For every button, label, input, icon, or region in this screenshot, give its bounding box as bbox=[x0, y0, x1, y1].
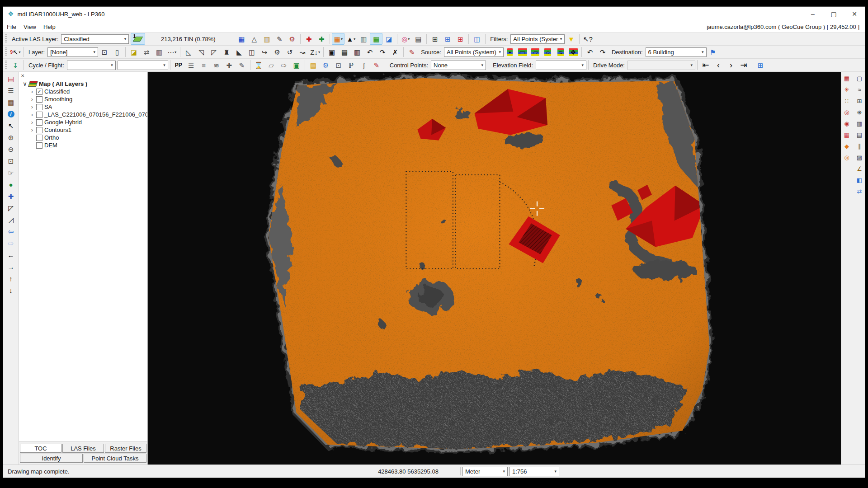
red-sketch-icon[interactable]: ✎ bbox=[370, 59, 383, 71]
settings-gear-icon[interactable]: ⚙▾ bbox=[271, 46, 283, 58]
toolbar-grip[interactable] bbox=[5, 34, 7, 43]
monitor-icon[interactable]: ▣ bbox=[290, 59, 303, 71]
layer-item[interactable]: › Ortho bbox=[29, 134, 147, 141]
redo-classification-icon[interactable]: ↷ bbox=[596, 46, 609, 58]
expand-icon[interactable]: › bbox=[29, 88, 35, 95]
list-display-icon[interactable]: ≡ bbox=[198, 59, 210, 71]
Help[interactable]: Help bbox=[40, 23, 59, 30]
zoom-next-extent-icon[interactable]: ◿ bbox=[5, 214, 17, 225]
layer-item[interactable]: › SA bbox=[29, 103, 147, 111]
move-window-icon[interactable]: ⇄ bbox=[854, 186, 865, 197]
add-vertex-icon[interactable]: ◹ bbox=[195, 46, 208, 58]
diamond-marker-icon[interactable]: ◆ bbox=[841, 141, 853, 152]
destination-select[interactable]: 6 Building▾ bbox=[646, 47, 707, 57]
intensity-display-icon[interactable]: ▥▾ bbox=[357, 33, 370, 45]
expand-icon[interactable]: › bbox=[29, 127, 35, 133]
pan-down-icon[interactable]: ↓ bbox=[5, 284, 17, 296]
new-window-icon[interactable]: ▢ bbox=[854, 73, 865, 84]
broadcast-icon[interactable]: ≋ bbox=[210, 59, 223, 71]
perspective-view-icon[interactable]: ▱ bbox=[265, 59, 278, 71]
previous-record-icon[interactable]: ‹ bbox=[712, 59, 725, 71]
delete-selection-icon[interactable]: ✗ bbox=[389, 46, 401, 58]
layer-item[interactable]: › Google Hybrid bbox=[29, 118, 147, 126]
pan-left-icon[interactable]: ← bbox=[5, 249, 17, 261]
drive-mode-select[interactable]: ▾ bbox=[627, 61, 695, 70]
hatch-window-icon[interactable]: ▨ bbox=[854, 152, 865, 163]
curve-graph-icon[interactable]: ∫ bbox=[358, 59, 370, 71]
offset-feature-icon[interactable]: ◫ bbox=[245, 46, 258, 58]
toolbar-grip[interactable] bbox=[5, 47, 7, 56]
layer-item[interactable]: › Smoothing bbox=[29, 95, 147, 103]
grid-red-icon[interactable]: ▦ bbox=[841, 129, 853, 141]
zoom-in-icon[interactable]: ⊕ bbox=[5, 131, 17, 143]
profile-window-icon[interactable]: ≈ bbox=[854, 84, 865, 95]
point-display-icon[interactable]: ▦▾ bbox=[235, 33, 248, 45]
sketch-pad-icon[interactable]: ✎ bbox=[236, 59, 248, 71]
contour-display-icon[interactable]: ◎▾ bbox=[399, 33, 412, 45]
pp-document-icon[interactable]: ℙ bbox=[345, 59, 358, 71]
maximize-button[interactable]: ▢ bbox=[823, 7, 844, 21]
pan-world-icon[interactable]: ✚ bbox=[5, 190, 17, 202]
map-viewport[interactable] bbox=[148, 72, 841, 465]
point-symbology-icon[interactable]: ▦ bbox=[841, 73, 853, 84]
source-select[interactable]: All Points (System)▾ bbox=[444, 47, 504, 57]
pp-button[interactable]: PP bbox=[172, 59, 185, 71]
bars-window-icon[interactable]: ∥ bbox=[854, 141, 865, 152]
first-record-icon[interactable]: ⇤ bbox=[699, 59, 712, 71]
download-cycles-icon[interactable]: ↧ bbox=[9, 59, 22, 71]
layer-visibility-checkbox[interactable] bbox=[36, 135, 42, 141]
View[interactable]: View bbox=[20, 23, 40, 30]
Point Cloud Tasks[interactable]: Point Cloud Tasks bbox=[84, 454, 146, 463]
save-layer-icon[interactable]: ⊡ bbox=[98, 46, 111, 58]
sort-order-icon[interactable]: ☰ bbox=[185, 59, 198, 71]
active-layer-tin-icon[interactable]: 1 bbox=[131, 33, 145, 45]
map-view[interactable] bbox=[148, 72, 841, 465]
layer-select[interactable]: [None]▾ bbox=[47, 47, 98, 57]
flight-select[interactable]: ▾ bbox=[118, 61, 168, 70]
layer-visibility-checkbox[interactable] bbox=[36, 96, 42, 103]
stacked-windows-icon[interactable]: ▤ bbox=[854, 129, 865, 141]
pan-icon[interactable]: ☞ bbox=[5, 167, 17, 178]
classify-rectangle-icon[interactable]: ▭ bbox=[516, 46, 529, 58]
classify-polygon-icon[interactable]: ▱ bbox=[529, 46, 542, 58]
save-session-icon[interactable]: ⊡ bbox=[332, 59, 345, 71]
layer-visibility-checkbox[interactable] bbox=[36, 127, 42, 133]
classify-circle-icon[interactable]: ○ bbox=[542, 46, 554, 58]
feature-list-icon[interactable]: ▤ bbox=[338, 46, 351, 58]
export-report-icon[interactable]: ◫ bbox=[471, 33, 483, 45]
rings-orange-icon[interactable]: ◎ bbox=[841, 152, 853, 163]
TOC[interactable]: TOC bbox=[20, 444, 61, 453]
magnifier-window-icon[interactable]: ⊕ bbox=[854, 107, 865, 118]
trace-feature-icon[interactable]: ↝▾ bbox=[296, 46, 309, 58]
fence-view-icon[interactable]: ▤▾ bbox=[412, 33, 425, 45]
minimize-button[interactable]: – bbox=[802, 7, 823, 21]
edit-selection-icon[interactable]: ✎▾ bbox=[273, 33, 286, 45]
close-button[interactable]: ✕ bbox=[844, 7, 865, 21]
pan-up-icon[interactable]: ↑ bbox=[5, 272, 17, 284]
layer-tree-root[interactable]: ∨ Map ( All Layers ) bbox=[22, 80, 147, 88]
hillshade-display-icon[interactable]: ▲▾ bbox=[344, 33, 357, 45]
zoom-previous-extent-icon[interactable]: ◸ bbox=[5, 202, 17, 214]
layer-item[interactable]: › Contours1 bbox=[29, 126, 147, 134]
expand-icon[interactable]: › bbox=[29, 111, 35, 118]
redo-icon[interactable]: ↷ bbox=[376, 46, 389, 58]
conflate-features-icon[interactable]: ⇄ bbox=[140, 46, 153, 58]
zoom-extents-icon[interactable]: ● bbox=[5, 178, 17, 190]
collapse-icon[interactable]: ∨ bbox=[22, 80, 28, 87]
Raster Files[interactable]: Raster Files bbox=[105, 444, 146, 453]
layer-visibility-checkbox[interactable] bbox=[36, 112, 42, 118]
folder-icon[interactable]: ▤ bbox=[307, 59, 320, 71]
filters-select[interactable]: All Points (System)▾ bbox=[510, 34, 565, 44]
layout-window-icon[interactable]: ▥ bbox=[854, 118, 865, 129]
tin-display-icon[interactable]: △▾ bbox=[248, 33, 260, 45]
add-las-files-icon[interactable]: ✚▾ bbox=[302, 33, 315, 45]
image-display-icon[interactable]: ▦ bbox=[5, 96, 17, 108]
layer-item[interactable]: › _LAS_C221006_070156_F221006_070156 bbox=[29, 111, 147, 118]
add-raster-files-icon[interactable]: ✚▾ bbox=[315, 33, 328, 45]
point-cloud-tools-icon[interactable]: ⚙▾ bbox=[286, 33, 298, 45]
classify-pen-icon[interactable]: ✎ bbox=[406, 46, 418, 58]
set-z-icon[interactable]: Z↓▾ bbox=[309, 46, 321, 58]
copy-features-icon[interactable]: ◪ bbox=[127, 46, 140, 58]
elevation-display-icon[interactable]: ▦▾ bbox=[332, 33, 344, 45]
digitize-polygon-icon[interactable]: ◺ bbox=[182, 46, 195, 58]
